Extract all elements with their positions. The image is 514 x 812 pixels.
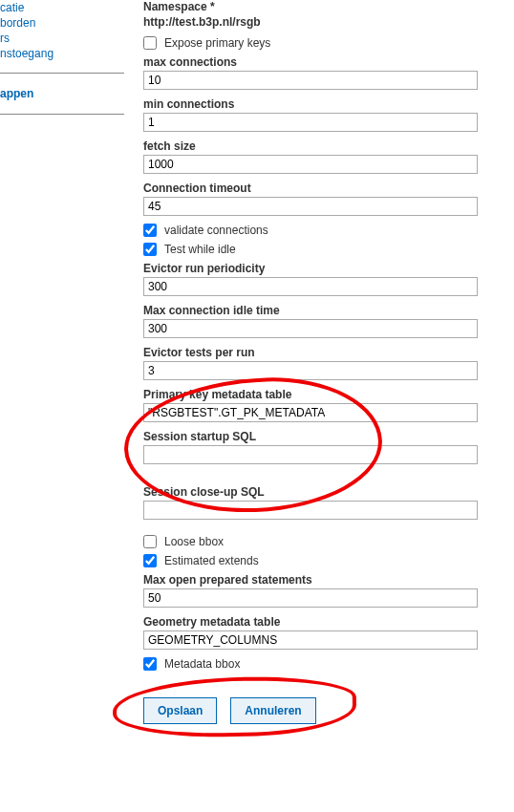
metadata-bbox-label: Metadata bbox xyxy=(164,657,240,671)
save-button[interactable]: Opslaan xyxy=(143,697,217,724)
expose-pk-checkbox[interactable] xyxy=(143,36,157,50)
sidebar-heading: appen xyxy=(0,85,124,102)
validate-connections-label: validate connections xyxy=(164,224,268,237)
pk-metadata-input[interactable] xyxy=(143,403,478,422)
max-idle-input[interactable] xyxy=(143,319,478,338)
conn-timeout-label: Connection timeout xyxy=(143,182,514,195)
geom-metadata-input[interactable] xyxy=(143,630,478,650)
max-connections-input[interactable] xyxy=(143,71,478,90)
fetch-size-label: fetch size xyxy=(143,139,514,153)
namespace-label: Namespace * xyxy=(143,0,514,13)
evictor-periodicity-input[interactable] xyxy=(143,277,478,296)
estimated-extends-label: Estimated extends xyxy=(164,554,259,567)
sidebar-item-2[interactable]: rs xyxy=(0,31,124,46)
fetch-size-input[interactable] xyxy=(143,155,478,174)
session-startup-label: Session startup SQL xyxy=(143,430,514,443)
max-prepared-input[interactable] xyxy=(143,588,478,608)
sidebar-item-3[interactable]: nstoegang xyxy=(0,46,124,61)
namespace-value: http://test.b3p.nl/rsgb xyxy=(143,15,514,29)
pk-metadata-label: Primary key metadata table xyxy=(143,388,514,401)
conn-timeout-input[interactable] xyxy=(143,197,478,216)
min-connections-input[interactable] xyxy=(143,113,478,132)
max-prepared-label: Max open prepared statements xyxy=(143,573,514,587)
loose-bbox-label: Loose bbox xyxy=(164,535,224,548)
test-while-idle-label: Test while idle xyxy=(164,243,236,256)
min-connections-label: min connections xyxy=(143,97,514,111)
max-connections-label: max connections xyxy=(143,55,514,69)
sidebar: catie borden rs nstoegang appen xyxy=(0,0,134,724)
test-while-idle-checkbox[interactable] xyxy=(143,243,157,256)
session-closeup-label: Session close-up SQL xyxy=(143,485,514,499)
loose-bbox-checkbox[interactable] xyxy=(143,535,157,548)
session-startup-input[interactable] xyxy=(143,445,478,464)
validate-connections-checkbox[interactable] xyxy=(143,224,157,237)
main-form: Namespace * http://test.b3p.nl/rsgb Expo… xyxy=(134,0,514,724)
sidebar-divider-1 xyxy=(0,73,124,74)
sidebar-item-0[interactable]: catie xyxy=(0,0,124,15)
max-idle-label: Max connection idle time xyxy=(143,304,514,317)
geom-metadata-label: Geometry metadata table xyxy=(143,615,514,629)
evictor-tests-input[interactable] xyxy=(143,361,478,380)
evictor-periodicity-label: Evictor run periodicity xyxy=(143,262,514,275)
expose-pk-label: Expose primary keys xyxy=(164,36,270,50)
evictor-tests-label: Evictor tests per run xyxy=(143,346,514,359)
sidebar-divider-2 xyxy=(0,114,124,115)
session-closeup-input[interactable] xyxy=(143,501,478,520)
cancel-button[interactable]: Annuleren xyxy=(230,697,315,724)
metadata-bbox-checkbox[interactable] xyxy=(143,657,157,671)
sidebar-item-1[interactable]: borden xyxy=(0,15,124,31)
estimated-extends-checkbox[interactable] xyxy=(143,554,157,567)
